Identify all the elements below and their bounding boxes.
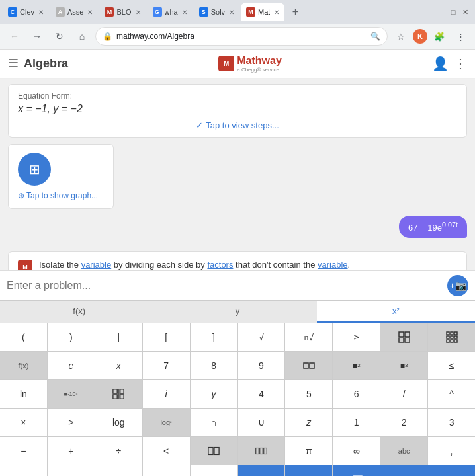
new-tab-button[interactable]: + (286, 3, 304, 21)
minimize-button[interactable]: — (437, 7, 446, 17)
response-factors[interactable]: factors (207, 260, 233, 270)
key-infinity[interactable]: ∞ (333, 437, 380, 465)
key-union[interactable]: ∪ (238, 409, 285, 436)
menu-icon[interactable]: ⋮ (451, 27, 470, 46)
tab-y[interactable]: y (158, 301, 316, 323)
key-backspace[interactable]: ⌫ (333, 465, 380, 476)
key-gt[interactable]: > (48, 409, 95, 436)
key-intersection[interactable]: ∩ (191, 409, 238, 436)
key-open-paren[interactable]: ( (0, 323, 47, 351)
tab-close-math[interactable]: ✕ (274, 9, 279, 16)
forward-button[interactable]: → (28, 27, 46, 46)
response-text-2: by dividing each side by (114, 260, 205, 270)
tab-close-wha[interactable]: ✕ (182, 9, 187, 16)
key-matrix2x2[interactable] (380, 323, 427, 351)
key-sqrt[interactable]: √ (238, 323, 285, 351)
tab-blog[interactable]: M BLO ✕ (99, 3, 146, 21)
key-1[interactable]: 1 (333, 409, 380, 436)
key-imaginary-i[interactable]: i (143, 380, 190, 408)
key-8[interactable]: 8 (191, 352, 238, 379)
key-left-arrow[interactable]: ◀ (238, 465, 285, 476)
maximize-button[interactable]: □ (449, 7, 458, 17)
home-button[interactable]: ⌂ (73, 27, 91, 46)
key-fx[interactable]: f(x) (0, 352, 47, 379)
key-superscript2[interactable]: ■2 (333, 352, 380, 379)
tab-close-solv[interactable]: ✕ (229, 9, 234, 16)
tab-solv[interactable]: S Solv ✕ (194, 3, 239, 21)
extensions-icon[interactable]: 🧩 (430, 27, 449, 46)
key-comma[interactable]: , (428, 437, 475, 465)
tab-clev[interactable]: C Clev ✕ (3, 3, 49, 21)
tab-fx[interactable]: f(x) (0, 301, 158, 323)
key-matrix3x3[interactable] (428, 323, 475, 351)
key-sci-notation[interactable]: ■·10x (48, 380, 95, 408)
key-matrix-ops-1[interactable] (191, 437, 238, 465)
key-close-bracket[interactable]: ] (191, 323, 238, 351)
hamburger-menu[interactable]: ☰ (8, 56, 19, 71)
key-logn[interactable]: log▪ (143, 409, 190, 436)
back-button[interactable]: ← (5, 27, 24, 46)
refresh-button[interactable]: ↻ (50, 27, 69, 46)
key-right-arrow[interactable]: ▶ (285, 465, 332, 476)
key-y[interactable]: y (191, 380, 238, 408)
key-x[interactable]: x (95, 352, 142, 379)
camera-button[interactable]: +📷 (447, 275, 468, 296)
key-obelus[interactable]: ÷ (95, 437, 142, 465)
key-5[interactable]: 5 (285, 380, 332, 408)
key-superscript3[interactable]: ■3 (380, 352, 427, 379)
key-z[interactable]: z (285, 409, 332, 436)
key-space[interactable]: ⎵ (143, 465, 190, 476)
tab-asse[interactable]: A Asse ✕ (50, 3, 98, 21)
tab-wha[interactable]: G wha ✕ (148, 3, 193, 21)
close-window-button[interactable]: ✕ (460, 7, 470, 17)
tab-favicon-blog: M (105, 7, 114, 17)
key-2[interactable]: 2 (380, 409, 427, 436)
key-enter[interactable]: ↵ (380, 465, 475, 476)
key-pi[interactable]: π (285, 437, 332, 465)
key-percent[interactable]: % (95, 465, 142, 476)
key-open-bracket[interactable]: [ (143, 323, 190, 351)
key-equals[interactable]: = (191, 465, 238, 476)
key-plus[interactable]: + (48, 437, 95, 465)
key-abc[interactable]: abc (380, 437, 427, 465)
tab-x2[interactable]: x² (317, 301, 475, 323)
key-6[interactable]: 6 (333, 380, 380, 408)
key-matrix-row[interactable] (285, 352, 332, 379)
profile-icon[interactable]: K (413, 29, 427, 44)
checkmark-icon-1: ✓ (196, 120, 203, 130)
app-more-menu-icon[interactable]: ⋮ (454, 56, 467, 71)
key-0[interactable]: 0 (0, 465, 47, 476)
key-pipe[interactable]: | (95, 323, 142, 351)
key-3[interactable]: 3 (428, 409, 475, 436)
key-9[interactable]: 9 (238, 352, 285, 379)
response-variable-1[interactable]: variable (81, 260, 112, 270)
key-lte[interactable]: ≤ (428, 352, 475, 379)
key-matrix-ops-2[interactable] (238, 437, 285, 465)
key-augmented-matrix[interactable] (95, 380, 142, 408)
response-variable-2[interactable]: variable (318, 260, 348, 270)
tab-close-clev[interactable]: ✕ (38, 9, 44, 16)
tab-close-asse[interactable]: ✕ (87, 9, 93, 16)
user-avatar-icon[interactable]: 👤 (432, 56, 449, 71)
key-nthroot[interactable]: n√ (285, 323, 332, 351)
problem-input[interactable] (7, 280, 443, 292)
key-multiply[interactable]: × (0, 409, 47, 436)
key-e[interactable]: e (48, 352, 95, 379)
key-dot[interactable]: . (48, 465, 95, 476)
bookmark-icon[interactable]: ☆ (392, 27, 410, 46)
key-log[interactable]: log (95, 409, 142, 436)
address-bar[interactable]: 🔒 mathway.com/Algebra 🔍 (95, 27, 388, 46)
key-gte[interactable]: ≥ (333, 323, 380, 351)
key-4[interactable]: 4 (238, 380, 285, 408)
key-minus[interactable]: − (0, 437, 47, 465)
key-caret[interactable]: ^ (428, 380, 475, 408)
key-lt[interactable]: < (143, 437, 190, 465)
key-7[interactable]: 7 (143, 352, 190, 379)
key-divide-frac[interactable]: / (380, 380, 427, 408)
tab-close-blog[interactable]: ✕ (136, 9, 141, 16)
tap-graph-button[interactable]: ⊕ Tap to show graph... (18, 191, 98, 200)
tap-steps-1[interactable]: ✓ Tap to view steps... (18, 120, 457, 130)
tab-math[interactable]: M Mat ✕ (241, 3, 284, 21)
key-ln[interactable]: ln (0, 380, 47, 408)
key-close-paren[interactable]: ) (48, 323, 95, 351)
